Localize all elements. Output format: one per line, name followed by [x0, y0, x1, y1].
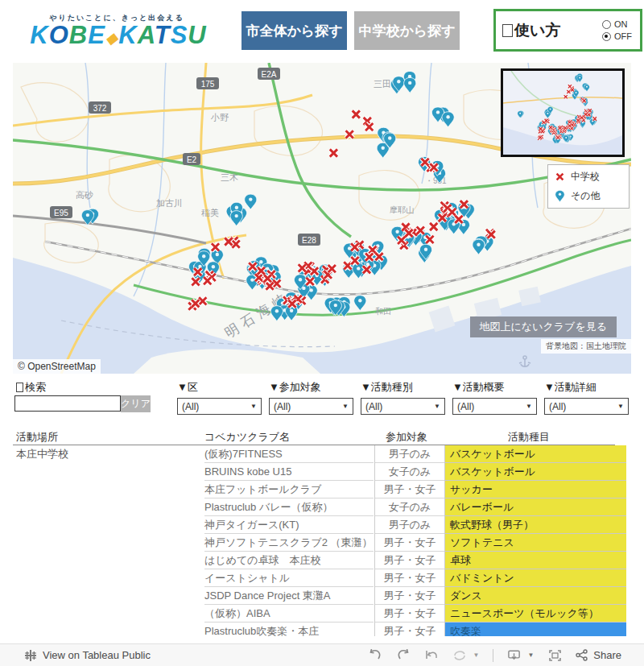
map-x-marker[interactable] — [539, 136, 542, 139]
map-x-marker[interactable] — [584, 113, 588, 116]
map-x-marker[interactable] — [580, 116, 584, 119]
table-row[interactable]: はじめての卓球 本庄校男子・女子卓球 — [13, 552, 631, 569]
cell-club-name[interactable]: 本庄フットボールクラブ — [204, 481, 374, 498]
map-x-marker[interactable] — [192, 278, 199, 285]
download-caret-icon[interactable]: ▼ — [527, 652, 534, 659]
show-offmap-clubs-button[interactable]: 地図上にないクラブを見る — [470, 316, 617, 337]
search-by-school-button[interactable]: 中学校から探す — [354, 11, 460, 50]
fullscreen-button[interactable] — [547, 649, 562, 662]
map-x-marker[interactable] — [417, 227, 424, 234]
map-x-marker[interactable] — [194, 268, 201, 275]
table-row[interactable]: JSDP Dance Project 東灘A男子・女子ダンス — [13, 587, 631, 605]
map-x-marker[interactable] — [556, 136, 559, 139]
undo-button[interactable] — [368, 649, 382, 662]
legend-school-row[interactable]: 中学校 — [555, 170, 622, 184]
redo-button[interactable] — [396, 649, 411, 662]
cell-category[interactable]: ニュースポーツ（モルック等） — [445, 605, 626, 623]
map-x-marker[interactable] — [448, 209, 456, 216]
filter-select[interactable]: (All)▼ — [269, 398, 353, 415]
chevron-down-icon[interactable]: ▼ — [250, 403, 257, 410]
map-x-marker[interactable] — [564, 95, 568, 98]
map-x-marker[interactable] — [351, 243, 358, 250]
usage-on-radio[interactable]: ON — [602, 19, 632, 29]
osm-attribution[interactable]: © OpenStreetMap — [13, 359, 101, 374]
clear-button[interactable]: クリア — [121, 395, 151, 412]
map-x-marker[interactable] — [204, 277, 211, 284]
cell-club-name[interactable]: 神戸ソフトテニスクラブ2 （東灘） — [204, 534, 374, 552]
cell-category[interactable]: バレーボール — [445, 498, 626, 516]
search-by-city-button[interactable]: 市全体から探す — [242, 11, 347, 50]
map-x-marker[interactable] — [330, 149, 337, 156]
cell-club-name[interactable]: Plastruclub バレー（仮称） — [204, 498, 374, 516]
map-x-marker[interactable] — [426, 236, 433, 243]
cell-category[interactable]: ダンス — [445, 587, 626, 605]
refresh-caret-icon[interactable]: ▼ — [473, 652, 479, 659]
map-x-marker[interactable] — [398, 237, 405, 244]
download-button[interactable] — [507, 649, 522, 662]
cell-target[interactable]: 男子・女子 — [375, 481, 444, 498]
cell-club-name[interactable]: （仮称）AIBA — [204, 605, 374, 623]
cell-club-name[interactable]: Plastruclub吹奏楽・本庄 — [204, 623, 374, 636]
map-x-marker[interactable] — [225, 238, 232, 245]
map-x-marker[interactable] — [571, 88, 574, 91]
cell-target[interactable]: 男子・女子 — [375, 587, 444, 605]
map-x-marker[interactable] — [405, 230, 412, 237]
refresh-button[interactable] — [452, 649, 467, 662]
map-x-marker[interactable] — [212, 243, 219, 250]
radio-circle-icon[interactable] — [602, 20, 611, 29]
table-row[interactable]: イーストシャトル男子・女子バドミントン — [13, 569, 631, 587]
map-x-marker[interactable] — [568, 85, 572, 88]
filter-select[interactable]: (All)▼ — [452, 398, 537, 415]
chevron-down-icon[interactable]: ▼ — [526, 403, 532, 410]
chevron-down-icon[interactable]: ▼ — [617, 403, 624, 410]
map-x-marker[interactable] — [558, 126, 561, 130]
map-x-marker[interactable] — [369, 246, 376, 254]
map-x-marker[interactable] — [375, 253, 382, 260]
table-row[interactable]: 本庄中学校(仮称)7FITNESS男子のみバスケットボール — [13, 445, 631, 463]
cell-club-name[interactable]: (仮称)7FITNESS — [204, 445, 374, 463]
map-x-marker[interactable] — [363, 266, 370, 273]
map-x-marker[interactable] — [460, 201, 468, 208]
cell-target[interactable]: 男子のみ — [375, 445, 444, 463]
chevron-down-icon[interactable]: ▼ — [434, 403, 440, 410]
cell-category[interactable]: 吹奏楽 — [445, 623, 626, 636]
cell-category[interactable]: サッカー — [445, 481, 626, 498]
map-x-marker[interactable] — [576, 118, 580, 122]
map-x-marker[interactable] — [299, 264, 306, 271]
cell-category[interactable]: バスケットボール — [445, 445, 626, 463]
map-x-marker[interactable] — [328, 265, 336, 272]
legend-other-row[interactable]: その他 — [555, 189, 622, 203]
filter-select[interactable]: (All)▼ — [544, 398, 629, 415]
cell-target[interactable]: 男子・女子 — [375, 569, 444, 587]
map-x-marker[interactable] — [307, 278, 314, 285]
map-x-marker[interactable] — [488, 231, 495, 238]
map-x-marker[interactable] — [249, 263, 256, 270]
map-x-marker[interactable] — [353, 110, 360, 118]
map-x-marker[interactable] — [588, 109, 592, 112]
cell-club-name[interactable]: JSDP Dance Project 東灘A — [204, 587, 374, 605]
cell-category[interactable]: バスケットボール — [445, 463, 626, 481]
cell-target[interactable]: 男子・女子 — [375, 605, 444, 623]
filter-select[interactable]: (All)▼ — [177, 398, 262, 415]
map-x-marker[interactable] — [430, 223, 437, 230]
cell-club-name[interactable]: 神戸タイガース(KT) — [204, 516, 374, 534]
cell-target[interactable]: 男子のみ — [375, 516, 444, 534]
map-x-marker[interactable] — [568, 124, 572, 127]
cell-category[interactable]: バドミントン — [445, 569, 626, 587]
map-x-marker[interactable] — [365, 123, 373, 130]
table-row[interactable]: 神戸タイガース(KT)男子のみ軟式野球（男子） — [13, 516, 631, 534]
cell-category[interactable]: 軟式野球（男子） — [445, 516, 626, 534]
cell-target[interactable]: 女子のみ — [375, 498, 444, 516]
map-x-marker[interactable] — [567, 90, 570, 93]
map-x-marker[interactable] — [455, 216, 462, 223]
cell-category[interactable]: ソフトテニス — [445, 534, 626, 552]
cell-target[interactable]: 男子・女子 — [375, 552, 444, 569]
usage-off-radio[interactable]: OFF — [602, 31, 632, 41]
search-input[interactable] — [14, 395, 121, 412]
cell-target[interactable]: 男子・女子 — [375, 623, 444, 636]
map-x-marker[interactable] — [539, 127, 542, 130]
table-row[interactable]: BRUINS kobe U15女子のみバスケットボール — [13, 463, 631, 481]
map-x-marker[interactable] — [549, 126, 552, 129]
map-x-marker[interactable] — [288, 300, 295, 308]
map-x-marker[interactable] — [365, 254, 373, 261]
